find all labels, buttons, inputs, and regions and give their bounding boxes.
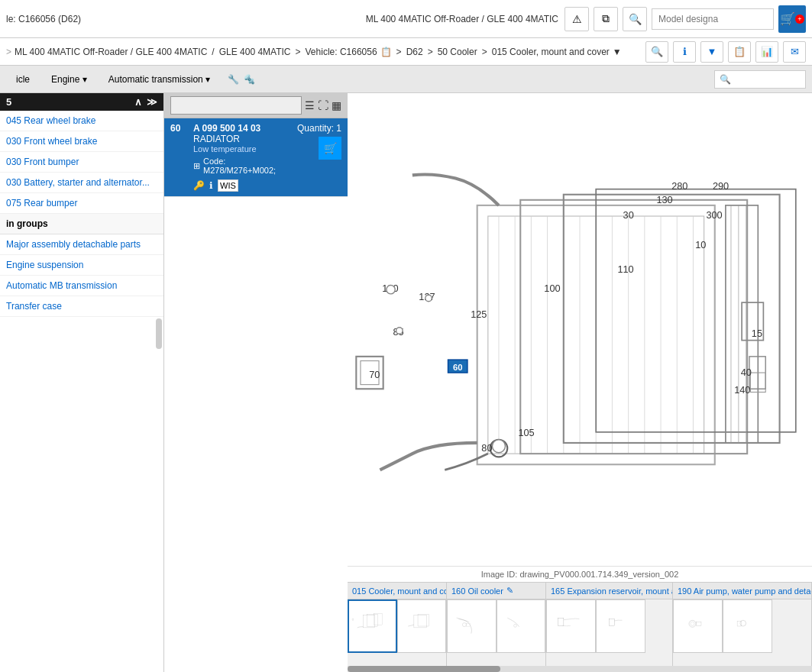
sidebar-group-engine-suspension[interactable]: Engine suspension [0, 255, 163, 276]
diagram-area: 60 280 290 130 30 300 10 110 120 127 100… [348, 93, 812, 672]
sidebar-collapse-icon[interactable]: ∧ [134, 96, 142, 108]
vehicle-name: ML 400 4MATIC Off-Roader / GLE 400 4MATI… [366, 14, 558, 24]
sidebar-header: 5 ∧ ≫ [0, 93, 163, 111]
svg-rect-37 [352, 619, 354, 620]
svg-rect-15 [520, 200, 747, 454]
doc-icon[interactable]: 📋 [728, 41, 751, 63]
zoom-icon[interactable]: 🔍 [645, 41, 668, 63]
thumb-edit-icon-160[interactable]: ✎ [506, 586, 513, 596]
thumb-label-190[interactable]: 190 Air pump, water pump and detachable … [673, 583, 811, 599]
breadcrumb-actions: 🔍 ℹ ▼ 📋 📊 ✉ [645, 41, 806, 63]
diagram-image-id: Image ID: drawing_PV000.001.714.349_vers… [348, 566, 812, 582]
part-row-60[interactable]: 60 A 099 500 14 03 RADIATOR Low temperat… [164, 118, 348, 197]
thumb-label-160[interactable]: 160 Oil cooler ✎ [447, 583, 545, 599]
sidebar-item-front-bumper[interactable]: 030 Front bumper [0, 152, 163, 173]
info-icon[interactable]: ℹ [673, 41, 696, 63]
part-num: 60 [170, 123, 189, 134]
add-to-cart-button[interactable]: 🛒 [319, 137, 341, 160]
copy-icon[interactable]: ⧉ [594, 7, 618, 31]
horizontal-scrollbar[interactable] [348, 666, 812, 672]
label-15: 15 [752, 328, 762, 339]
sidebar-item-battery[interactable]: 030 Battery, starter and alternator... [0, 173, 163, 193]
svg-point-40 [462, 623, 466, 627]
filter-icon[interactable]: ▼ [700, 41, 723, 63]
label-105: 105 [518, 427, 534, 438]
tab-transmission[interactable]: Automatic transmission ▾ [99, 70, 220, 89]
tab-vehicle[interactable]: icle [6, 70, 40, 89]
thumb-img-190-1[interactable] [673, 599, 723, 653]
cart-button[interactable]: 🛒+ [778, 5, 806, 33]
svg-point-33 [492, 440, 505, 453]
top-bar: le: C166056 (D62) ML 400 4MATIC Off-Road… [0, 0, 812, 38]
sidebar-group-auto-mb-transmission[interactable]: Automatic MB transmission [0, 276, 163, 296]
list-icon[interactable]: ☰ [305, 99, 315, 111]
sidebar-group-major-assembly[interactable]: Major assembly detachable parts [0, 234, 163, 255]
thumb-img-165-2[interactable] [596, 599, 645, 653]
info-icon2: ℹ [209, 180, 213, 191]
svg-rect-34 [363, 615, 374, 628]
thumb-images-165 [546, 599, 672, 666]
bc-d62[interactable]: D62 [406, 47, 423, 57]
thumb-img-165-1[interactable] [546, 599, 596, 653]
bc-015[interactable]: 015 Cooler, mount and cover [492, 47, 610, 57]
thumb-images-160 [447, 599, 545, 666]
part-details: A 099 500 14 03 RADIATOR Low temperature… [193, 123, 293, 192]
sidebar-item-rear-wheel-brake[interactable]: 045 Rear wheel brake [0, 111, 163, 131]
thumb-images-015 [348, 599, 446, 666]
thumb-group-015: 015 Cooler, mount and cover ✎ [348, 583, 447, 666]
qty-label: Quantity: 1 [297, 123, 341, 134]
parts-list-header: ☰ ⛶ ▦ [164, 93, 348, 118]
svg-rect-36 [374, 613, 382, 625]
warning-icon[interactable]: ⚠ [565, 7, 589, 31]
thumb-img-190-2[interactable] [723, 599, 772, 653]
label-10: 10 [695, 239, 706, 250]
sidebar-item-rear-bumper[interactable]: 075 Rear bumper [0, 193, 163, 214]
sidebar-group-transfer-case[interactable]: Transfer case [0, 296, 163, 317]
tab-icon-bolt[interactable]: 🔩 [244, 74, 255, 85]
diagram-svg: 60 280 290 130 30 300 10 110 120 127 100… [348, 93, 812, 566]
bc-vehicle[interactable]: ML 400 4MATIC Off-Roader / GLE 400 4MATI… [15, 47, 207, 57]
fullscreen-icon[interactable]: ⛶ [318, 99, 328, 111]
mail-icon[interactable]: ✉ [783, 41, 806, 63]
svg-rect-17 [596, 189, 796, 432]
parts-search-input[interactable] [170, 96, 302, 115]
svg-point-45 [689, 620, 696, 627]
svg-point-46 [691, 622, 694, 625]
thumb-group-165: 165 Expansion reservoir, mount and hoses… [546, 583, 673, 666]
search-icon-btn[interactable]: 🔍 [623, 7, 647, 31]
bc-vehicle-code[interactable]: Vehicle: C166056 [306, 47, 377, 57]
bc-model: GLE 400 4MATIC [219, 47, 291, 57]
svg-point-32 [396, 328, 403, 334]
sidebar-item-front-wheel-brake[interactable]: 030 Front wheel brake [0, 131, 163, 152]
part-desc: Low temperature [193, 144, 293, 153]
grid-icon[interactable]: ▦ [332, 99, 341, 111]
thumb-img-160-2[interactable] [497, 599, 546, 653]
label-280: 280 [671, 180, 687, 192]
sidebar-expand-icon[interactable]: ≫ [147, 96, 157, 108]
key-icon: 🔑 [193, 180, 205, 191]
part-name: RADIATOR [193, 134, 293, 144]
label-125: 125 [471, 309, 487, 320]
bc-50-cooler[interactable]: 50 Cooler [438, 47, 477, 57]
label-110: 110 [617, 263, 633, 275]
thumb-label-165[interactable]: 165 Expansion reservoir, mount and hoses… [546, 583, 672, 599]
part-code: Code: M278/M276+M002; [203, 157, 293, 175]
thumb-img-015-1[interactable] [348, 599, 397, 653]
chart-icon[interactable]: 📊 [755, 41, 778, 63]
nav-search-input[interactable] [714, 70, 806, 89]
svg-rect-47 [697, 622, 701, 625]
label-290: 290 [713, 180, 729, 192]
thumb-label-015[interactable]: 015 Cooler, mount and cover ✎ [348, 583, 446, 599]
tab-engine[interactable]: Engine ▾ [41, 70, 97, 89]
svg-point-48 [740, 620, 746, 626]
sidebar-scrollbar[interactable] [156, 318, 162, 349]
scrollbar-thumb[interactable] [348, 666, 500, 672]
model-search-input[interactable] [652, 8, 774, 30]
tab-icon-wrench[interactable]: 🔧 [228, 74, 239, 85]
bc-vehicle-icon: 📋 [380, 47, 392, 57]
label-100: 100 [544, 283, 560, 294]
thumb-img-015-2[interactable] [397, 599, 446, 653]
bc-dropdown-icon[interactable]: ▼ [613, 47, 622, 57]
svg-point-31 [425, 295, 432, 301]
thumb-img-160-1[interactable] [447, 599, 497, 653]
